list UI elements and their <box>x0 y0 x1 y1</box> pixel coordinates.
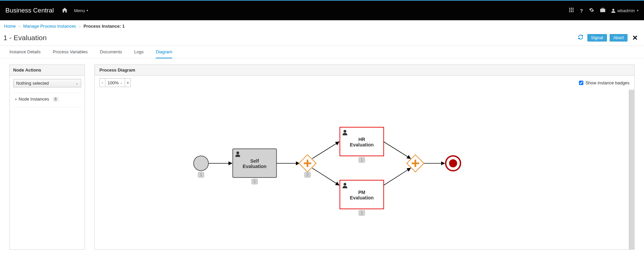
node-select-value: Nothing selected <box>16 81 49 86</box>
start-event-badge: 1 <box>198 172 204 177</box>
breadcrumb-separator: » <box>79 24 81 28</box>
flow-pm-gw2 <box>384 168 411 185</box>
node-actions-header: Node Actions <box>10 65 85 76</box>
abort-button[interactable]: Abort <box>610 34 627 42</box>
svg-point-11 <box>612 9 614 11</box>
diagram-toolbar: - 100% ⌄ + Show instance badges <box>95 76 634 90</box>
chevron-down-icon: ⌄ <box>75 81 78 85</box>
help-icon[interactable]: ? <box>580 8 583 13</box>
title-actions: Signal Abort ✕ <box>577 33 640 42</box>
node-select[interactable]: Nothing selected ⌄ <box>13 79 81 87</box>
svg-rect-7 <box>571 11 572 12</box>
show-badges-row[interactable]: Show instance badges <box>579 80 630 85</box>
user-menu[interactable]: wbadmin ▾ <box>611 8 639 13</box>
diagram-header: Process Diagram <box>95 65 634 76</box>
menu-label: Menu <box>74 8 85 13</box>
briefcase-icon[interactable] <box>600 8 605 13</box>
gateway-split-badge: 2 <box>305 172 311 177</box>
chevron-down-icon: ⌄ <box>120 81 123 84</box>
menu-dropdown[interactable]: Menu ▾ <box>74 8 89 13</box>
apps-icon[interactable] <box>569 8 574 13</box>
node-actions-body: Nothing selected ⌄ › Node Instances 6 <box>10 76 85 111</box>
flow-hr-gw2 <box>384 142 411 159</box>
brand: Business Central <box>5 7 54 14</box>
svg-rect-8 <box>573 11 574 12</box>
node-instances-count: 6 <box>53 97 59 102</box>
svg-text:2: 2 <box>306 172 309 177</box>
flow-gw1-hr <box>312 142 339 159</box>
gateway-join[interactable] <box>407 155 424 172</box>
show-badges-label: Show instance badges <box>585 80 630 85</box>
svg-text:1: 1 <box>200 172 202 177</box>
svg-rect-0 <box>569 8 570 9</box>
self-evaluation-task[interactable]: Self Evaluation <box>233 149 277 177</box>
zoom-out-button[interactable]: - <box>99 78 105 87</box>
user-name: wbadmin <box>617 8 635 13</box>
pm-evaluation-task[interactable]: PM Evaluation <box>340 180 384 209</box>
gateway-split[interactable] <box>299 155 316 172</box>
nav-left: Menu ▾ <box>62 8 89 13</box>
zoom-in-button[interactable]: + <box>125 78 131 87</box>
svg-text:Self: Self <box>250 158 259 164</box>
svg-rect-3 <box>569 9 570 10</box>
start-event[interactable] <box>194 156 209 171</box>
top-navbar: Business Central Menu ▾ ? wbadmin ▾ <box>0 0 644 20</box>
node-actions-panel: Node Actions Nothing selected ⌄ › Node I… <box>9 64 85 250</box>
svg-text:PM: PM <box>358 190 365 195</box>
home-icon[interactable] <box>62 8 67 13</box>
svg-rect-9 <box>600 9 605 12</box>
zoom-group: - 100% ⌄ + <box>99 78 131 87</box>
svg-point-12 <box>194 156 209 171</box>
hr-evaluation-task[interactable]: HR Evaluation <box>340 127 384 156</box>
nav-right: ? wbadmin ▾ <box>569 7 639 13</box>
vertical-scrollbar[interactable] <box>629 90 634 249</box>
tabs: Instance Details Process Variables Docum… <box>0 46 644 58</box>
node-instances-toggle[interactable]: › Node Instances 6 <box>13 93 81 107</box>
diagram-canvas[interactable]: 1 Self Evaluation 1 <box>95 90 634 249</box>
diagram-panel: Process Diagram - 100% ⌄ + Show instance… <box>94 64 635 250</box>
tab-instance-details[interactable]: Instance Details <box>9 46 41 58</box>
breadcrumb-manage[interactable]: Manage Process Instances <box>23 24 76 29</box>
svg-rect-5 <box>573 9 574 10</box>
flow-gw1-pm <box>312 168 339 185</box>
tab-logs[interactable]: Logs <box>134 46 144 58</box>
svg-text:Evaluation: Evaluation <box>350 142 374 147</box>
gear-icon[interactable] <box>589 7 594 13</box>
svg-rect-1 <box>571 8 572 9</box>
show-badges-checkbox[interactable] <box>579 81 583 85</box>
svg-text:1: 1 <box>253 179 256 184</box>
svg-rect-10 <box>602 8 604 9</box>
breadcrumb-home[interactable]: Home <box>4 24 16 29</box>
svg-text:HR: HR <box>358 137 365 142</box>
chevron-down-icon: ▾ <box>637 9 639 12</box>
pm-eval-badge: 1 <box>359 210 365 216</box>
svg-text:Evaluation: Evaluation <box>350 195 374 200</box>
chevron-down-icon: ▾ <box>87 9 88 12</box>
tab-process-variables[interactable]: Process Variables <box>53 46 88 58</box>
end-event[interactable] <box>446 156 461 171</box>
signal-button[interactable]: Signal <box>587 34 607 42</box>
zoom-level: 100% <box>108 80 119 85</box>
svg-rect-2 <box>573 8 574 9</box>
svg-text:Evaluation: Evaluation <box>243 164 267 169</box>
breadcrumb-separator: » <box>19 24 21 28</box>
svg-text:1: 1 <box>361 211 363 215</box>
bpmn-diagram: 1 Self Evaluation 1 <box>95 90 634 248</box>
svg-point-16 <box>237 152 239 154</box>
self-eval-badge: 1 <box>252 179 258 184</box>
chevron-right-icon: › <box>15 97 17 102</box>
tab-diagram[interactable]: Diagram <box>156 46 172 58</box>
svg-text:1: 1 <box>361 158 363 162</box>
svg-point-38 <box>449 159 457 167</box>
svg-point-25 <box>344 130 346 133</box>
breadcrumb-current: Process Instance: 1 <box>84 24 125 29</box>
svg-point-31 <box>344 183 346 186</box>
zoom-select[interactable]: 100% ⌄ <box>105 78 125 87</box>
hr-eval-badge: 1 <box>359 157 365 163</box>
node-instances-label: Node Instances <box>19 97 49 102</box>
tab-documents[interactable]: Documents <box>100 46 122 58</box>
content: Node Actions Nothing selected ⌄ › Node I… <box>0 58 644 256</box>
refresh-icon[interactable] <box>577 33 585 42</box>
svg-rect-4 <box>571 9 572 10</box>
close-icon[interactable]: ✕ <box>630 34 640 42</box>
